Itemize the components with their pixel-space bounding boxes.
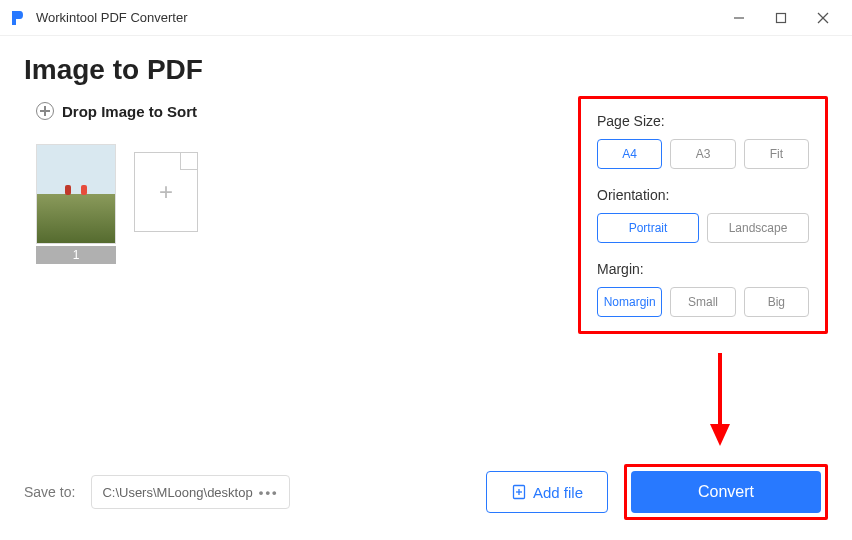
- thumbnail-index: 1: [36, 246, 116, 264]
- thumbnail-list: 1 +: [24, 126, 558, 282]
- add-file-button[interactable]: Add file: [486, 471, 608, 513]
- margin-big[interactable]: Big: [744, 287, 809, 317]
- thumbnail-preview: [36, 144, 116, 244]
- settings-panel: Page Size: A4 A3 Fit Orientation: Portra…: [578, 96, 828, 334]
- convert-highlight: Convert: [624, 464, 828, 520]
- page-size-label: Page Size:: [597, 113, 809, 129]
- orientation-landscape[interactable]: Landscape: [707, 213, 809, 243]
- page-size-fit[interactable]: Fit: [744, 139, 809, 169]
- save-path-text: C:\Users\MLoong\desktop: [102, 485, 252, 500]
- orientation-portrait[interactable]: Portrait: [597, 213, 699, 243]
- minimize-button[interactable]: [718, 2, 760, 34]
- image-drop-panel: Drop Image to Sort 1 +: [24, 96, 558, 456]
- margin-label: Margin:: [597, 261, 809, 277]
- svg-rect-1: [777, 13, 786, 22]
- page-size-a3[interactable]: A3: [670, 139, 735, 169]
- save-path-field[interactable]: C:\Users\MLoong\desktop •••: [91, 475, 289, 509]
- drop-header: Drop Image to Sort: [24, 96, 558, 126]
- margin-none[interactable]: Nomargin: [597, 287, 662, 317]
- maximize-button[interactable]: [760, 2, 802, 34]
- app-title: Workintool PDF Converter: [36, 10, 718, 25]
- margin-small[interactable]: Small: [670, 287, 735, 317]
- footer-bar: Save to: C:\Users\MLoong\desktop ••• Add…: [0, 464, 852, 520]
- page-size-a4[interactable]: A4: [597, 139, 662, 169]
- add-file-label: Add file: [533, 484, 583, 501]
- plus-icon: +: [159, 178, 173, 206]
- page-title: Image to PDF: [0, 36, 852, 96]
- add-file-icon: [511, 484, 527, 500]
- drop-label: Drop Image to Sort: [62, 103, 197, 120]
- browse-button[interactable]: •••: [253, 479, 285, 505]
- close-button[interactable]: [802, 2, 844, 34]
- app-logo-icon: [8, 8, 28, 28]
- titlebar: Workintool PDF Converter: [0, 0, 852, 36]
- save-to-label: Save to:: [24, 484, 75, 500]
- convert-button[interactable]: Convert: [631, 471, 821, 513]
- image-thumbnail[interactable]: 1: [36, 144, 116, 264]
- orientation-label: Orientation:: [597, 187, 809, 203]
- window-controls: [718, 2, 844, 34]
- sort-icon: [36, 102, 54, 120]
- add-image-tile[interactable]: +: [134, 152, 198, 232]
